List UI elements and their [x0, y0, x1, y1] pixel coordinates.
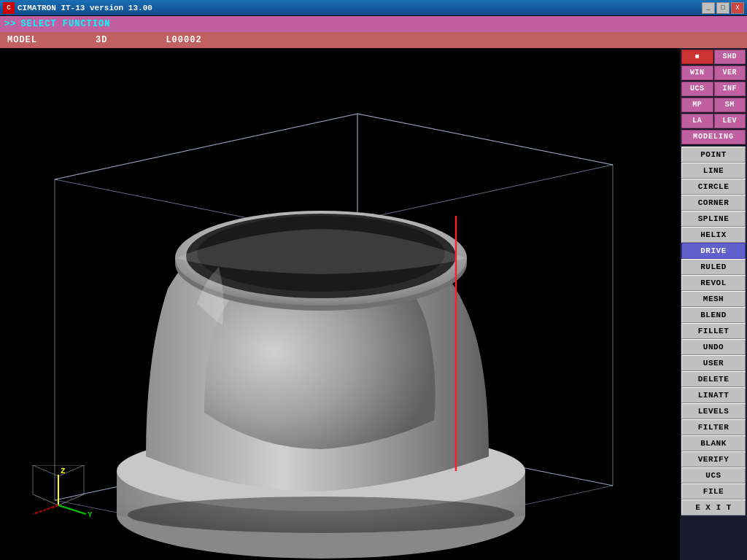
modeling-label: MODELING [681, 130, 746, 144]
inf-button[interactable]: INF [714, 82, 746, 96]
menu-btn-drive[interactable]: DRIVE [681, 243, 746, 259]
menu-btn-file[interactable]: FILE [681, 483, 746, 499]
menu-btn-undo[interactable]: UNDO [681, 339, 746, 355]
ver-button[interactable]: VER [714, 66, 746, 80]
menu-btn-user[interactable]: USER [681, 355, 746, 371]
shd-button[interactable]: SHD [714, 50, 746, 64]
menu-btn-corner[interactable]: CORNER [681, 195, 746, 211]
right-panel: ■ SHD WIN VER UCS INF MP SM LA LEV MODEL… [680, 48, 747, 560]
tool-row-4: MP SM [681, 98, 746, 112]
model-label: MODEL [7, 35, 37, 45]
svg-point-12 [128, 497, 514, 533]
tool-row-2: WIN VER [681, 66, 746, 80]
svg-line-14 [33, 494, 58, 505]
minimize-button[interactable]: _ [702, 2, 715, 14]
menu-btn-circle[interactable]: CIRCLE [681, 179, 746, 195]
lev-button[interactable]: LEV [714, 114, 746, 128]
svg-line-13 [58, 494, 84, 505]
menu-btn-ruled[interactable]: RULED [681, 259, 746, 275]
title-bar: C CIMATRON IT-13 version 13.00 _ □ X [0, 0, 747, 16]
function-bar: >> SELECT FUNCTION [0, 16, 747, 32]
function-label: SELECT FUNCTION [20, 19, 110, 29]
la-button[interactable]: LA [681, 114, 713, 128]
menu-btn-filter[interactable]: FILTER [681, 419, 746, 435]
sm-button[interactable]: SM [714, 98, 746, 112]
menu-btn-linatt[interactable]: LINATT [681, 387, 746, 403]
menu-btn-verify[interactable]: VERIFY [681, 451, 746, 467]
menu-btn-ucs[interactable]: UCS [681, 467, 746, 483]
view-label: 3D [96, 35, 107, 45]
menu-btn-helix[interactable]: HELIX [681, 227, 746, 243]
layer-label: L00002 [166, 35, 201, 45]
mp-button[interactable]: MP [681, 98, 713, 112]
menu-btn-e-x-i-t[interactable]: E X I T [681, 499, 746, 516]
menu-btn-delete[interactable]: DELETE [681, 371, 746, 387]
svg-line-27 [33, 505, 58, 514]
svg-text:Y: Y [88, 510, 93, 519]
title-text: C CIMATRON IT-13 version 13.00 [3, 2, 152, 14]
menu-btn-line[interactable]: LINE [681, 163, 746, 179]
menu-btn-point[interactable]: POINT [681, 147, 746, 163]
tool-row-3: UCS INF [681, 82, 746, 96]
win-button[interactable]: WIN [681, 66, 713, 80]
axis-indicator: Z Y [15, 465, 102, 545]
status-bar: MODEL 3D L00002 [0, 32, 747, 48]
svg-text:Z: Z [61, 467, 66, 475]
function-arrow: >> [4, 19, 16, 29]
menu-items: POINTLINECIRCLECORNERSPLINEHELIXDRIVERUL… [681, 147, 746, 516]
menu-btn-blank[interactable]: BLANK [681, 435, 746, 451]
app-title: CIMATRON IT-13 version 13.00 [18, 4, 152, 12]
menu-btn-blend[interactable]: BLEND [681, 307, 746, 323]
window-controls[interactable]: _ □ X [702, 2, 744, 14]
tool-row-5: LA LEV [681, 114, 746, 128]
close-button[interactable]: X [731, 2, 744, 14]
ucs-top-button[interactable]: UCS [681, 82, 713, 96]
tool-row-1: ■ SHD [681, 50, 746, 64]
menu-btn-fillet[interactable]: FILLET [681, 323, 746, 339]
shd-red-button[interactable]: ■ [681, 50, 713, 64]
main-area: Z Y ■ SHD WIN VER UCS INF MP SM [0, 48, 747, 560]
menu-btn-revol[interactable]: REVOL [681, 275, 746, 291]
menu-btn-spline[interactable]: SPLINE [681, 211, 746, 227]
viewport[interactable]: Z Y [0, 48, 680, 560]
svg-line-25 [58, 505, 86, 514]
menu-btn-levels[interactable]: LEVELS [681, 403, 746, 419]
app-icon: C [3, 2, 15, 14]
svg-line-22 [33, 465, 58, 476]
menu-btn-mesh[interactable]: MESH [681, 291, 746, 307]
maximize-button[interactable]: □ [716, 2, 729, 14]
